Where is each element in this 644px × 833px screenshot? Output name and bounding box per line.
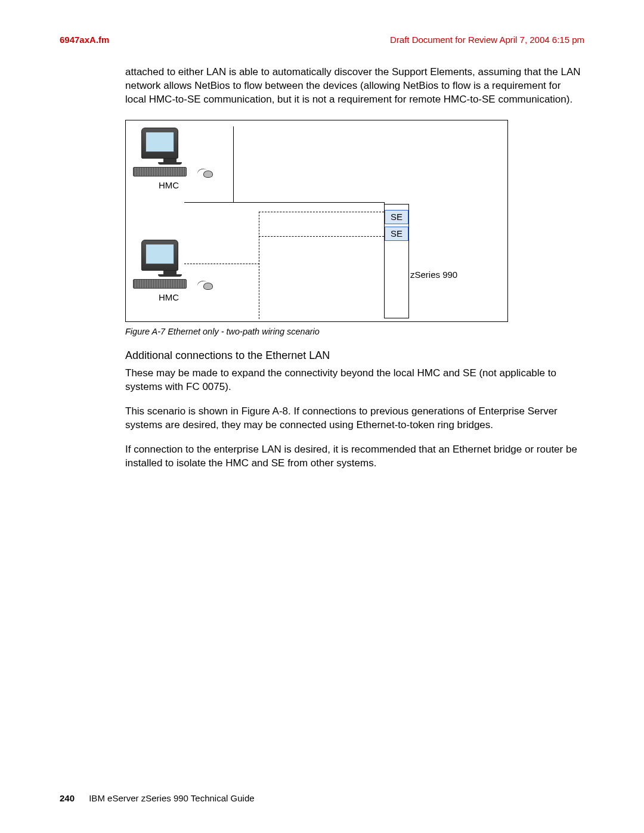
hmc-label-top: HMC	[139, 180, 199, 190]
figure-a7: zSeries 990 SE SE HMC	[125, 120, 508, 322]
figure-caption: Figure A-7 Ethernet only - two-path wiri…	[125, 327, 584, 336]
header-draft-note: Draft Document for Review April 7, 2004 …	[390, 35, 584, 45]
paragraph-1: These may be made to expand the connecti…	[125, 367, 584, 394]
book-title: IBM eServer zSeries 990 Technical Guide	[89, 793, 254, 803]
paragraph-2: This scenario is shown in Figure A-8. If…	[125, 405, 584, 432]
zseries-label: zSeries 990	[410, 270, 457, 280]
page-footer: 240 IBM eServer zSeries 990 Technical Gu…	[60, 793, 255, 803]
wire-segment-dashed	[259, 212, 384, 212]
page-header: 6947axA.fm Draft Document for Review Apr…	[60, 35, 584, 45]
wire-segment	[233, 126, 234, 202]
wire-segment-dashed	[259, 212, 259, 319]
se-box-top: SE	[385, 210, 408, 224]
intro-paragraph: attached to either LAN is able to automa…	[125, 66, 584, 107]
wire-segment	[184, 202, 385, 203]
header-filename: 6947axA.fm	[60, 35, 109, 45]
hmc-label-bottom: HMC	[139, 292, 199, 302]
page-content: attached to either LAN is able to automa…	[125, 66, 584, 481]
paragraph-3: If connection to the enterprise LAN is d…	[125, 443, 584, 470]
section-subhead: Additional connections to the Ethernet L…	[125, 349, 584, 362]
page-number: 240	[60, 793, 75, 803]
se-box-bottom: SE	[385, 227, 408, 241]
hmc-computer-bottom: HMC	[133, 240, 199, 302]
wire-segment-dashed	[259, 236, 384, 237]
hmc-computer-top: HMC	[133, 128, 199, 190]
